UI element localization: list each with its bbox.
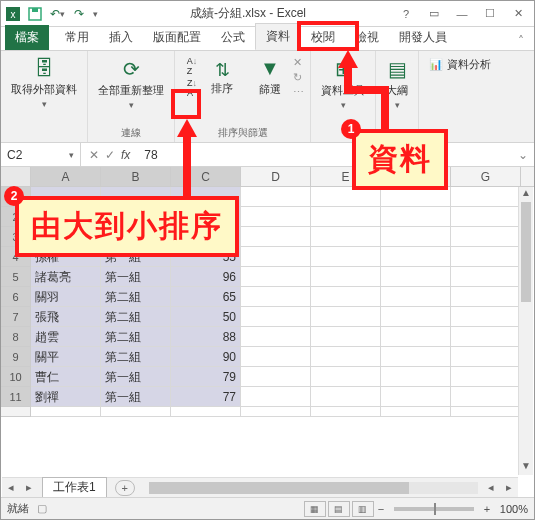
refresh-all-button[interactable]: ⟳ 全部重新整理 ▾: [94, 55, 168, 112]
tab-developer[interactable]: 開發人員: [389, 25, 457, 50]
row-header[interactable]: 10: [1, 367, 31, 387]
clear-filter-icon[interactable]: ✕: [293, 56, 304, 69]
tab-scroll-left-icon[interactable]: ◂: [2, 481, 20, 494]
cell[interactable]: [451, 267, 521, 287]
tab-home[interactable]: 常用: [55, 25, 99, 50]
cell[interactable]: 第二組: [101, 287, 171, 307]
cell[interactable]: [311, 407, 381, 417]
scroll-right-icon[interactable]: ▸: [500, 481, 518, 494]
view-pagebreak-button[interactable]: ▥: [352, 501, 374, 517]
row-header[interactable]: 9: [1, 347, 31, 367]
cell[interactable]: 77: [171, 387, 241, 407]
qat-customize-icon[interactable]: ▾: [93, 9, 98, 19]
row-header[interactable]: 5: [1, 267, 31, 287]
cell[interactable]: 諸葛亮: [31, 267, 101, 287]
cell[interactable]: [171, 407, 241, 417]
advanced-icon[interactable]: ⋯: [293, 86, 304, 99]
ribbon-options-button[interactable]: ▭: [422, 5, 446, 23]
view-pagelayout-button[interactable]: ▤: [328, 501, 350, 517]
col-header[interactable]: B: [101, 167, 171, 186]
sort-desc-button[interactable]: Z↓A: [181, 78, 203, 98]
scroll-thumb[interactable]: [521, 202, 531, 302]
cell[interactable]: [451, 207, 521, 227]
zoom-in-button[interactable]: +: [480, 503, 494, 515]
row-header[interactable]: 6: [1, 287, 31, 307]
cell[interactable]: [311, 367, 381, 387]
cell[interactable]: [311, 227, 381, 247]
tab-view[interactable]: 檢視: [345, 25, 389, 50]
cell[interactable]: [381, 407, 451, 417]
cell[interactable]: [381, 327, 451, 347]
cell[interactable]: [451, 347, 521, 367]
cell[interactable]: [311, 207, 381, 227]
cell[interactable]: 50: [171, 307, 241, 327]
cell[interactable]: [451, 407, 521, 417]
data-analysis-button[interactable]: 📊 資料分析: [425, 55, 495, 74]
cell[interactable]: [451, 307, 521, 327]
cell[interactable]: [101, 407, 171, 417]
cell[interactable]: [241, 407, 311, 417]
cell[interactable]: [241, 227, 311, 247]
close-button[interactable]: ✕: [506, 5, 530, 23]
zoom-out-button[interactable]: −: [374, 503, 388, 515]
expand-formula-icon[interactable]: ⌄: [512, 148, 534, 162]
cell[interactable]: 90: [171, 347, 241, 367]
scroll-thumb[interactable]: [149, 482, 409, 494]
cell[interactable]: [241, 187, 311, 207]
cell[interactable]: [381, 227, 451, 247]
cell[interactable]: [311, 247, 381, 267]
chevron-down-icon[interactable]: ▾: [69, 150, 74, 160]
tab-scroll-right-icon[interactable]: ▸: [20, 481, 38, 494]
cell[interactable]: 關平: [31, 347, 101, 367]
cell[interactable]: 79: [171, 367, 241, 387]
cell[interactable]: [31, 407, 101, 417]
cell[interactable]: [451, 227, 521, 247]
sort-dialog-button[interactable]: ⇅ 排序: [207, 57, 237, 98]
tab-data[interactable]: 資料: [255, 23, 301, 50]
cell[interactable]: [381, 187, 451, 207]
cell[interactable]: [241, 247, 311, 267]
view-normal-button[interactable]: ▦: [304, 501, 326, 517]
cell[interactable]: 劉禪: [31, 387, 101, 407]
cell[interactable]: [311, 187, 381, 207]
sheet-tab[interactable]: 工作表1: [42, 477, 107, 499]
maximize-button[interactable]: ☐: [478, 5, 502, 23]
cell[interactable]: [451, 187, 521, 207]
redo-icon[interactable]: ↷: [71, 6, 87, 22]
cell[interactable]: 第二組: [101, 307, 171, 327]
row-header[interactable]: 11: [1, 387, 31, 407]
scroll-left-icon[interactable]: ◂: [482, 481, 500, 494]
tab-insert[interactable]: 插入: [99, 25, 143, 50]
col-header[interactable]: C: [171, 167, 241, 186]
cell[interactable]: [311, 387, 381, 407]
row-header[interactable]: [1, 407, 31, 417]
cell[interactable]: [381, 287, 451, 307]
cell[interactable]: [381, 347, 451, 367]
cell[interactable]: [311, 267, 381, 287]
formula-input[interactable]: 78: [138, 148, 512, 162]
cell[interactable]: [451, 367, 521, 387]
save-icon[interactable]: [27, 6, 43, 22]
scroll-down-icon[interactable]: ▼: [519, 460, 533, 475]
cell[interactable]: 第二組: [101, 327, 171, 347]
cell[interactable]: [381, 367, 451, 387]
cell[interactable]: [241, 287, 311, 307]
cell[interactable]: 第一組: [101, 367, 171, 387]
cell[interactable]: [451, 387, 521, 407]
cell[interactable]: [311, 347, 381, 367]
scroll-up-icon[interactable]: ▲: [519, 187, 533, 202]
cancel-formula-icon[interactable]: ✕: [89, 148, 99, 162]
sort-asc-button[interactable]: A↓Z: [181, 56, 203, 76]
fx-icon[interactable]: fx: [121, 148, 130, 162]
cell[interactable]: [451, 327, 521, 347]
col-header[interactable]: A: [31, 167, 101, 186]
tab-formulas[interactable]: 公式: [211, 25, 255, 50]
cell[interactable]: 第一組: [101, 387, 171, 407]
help-button[interactable]: ?: [394, 5, 418, 23]
cell[interactable]: 96: [171, 267, 241, 287]
undo-icon[interactable]: ↶▾: [49, 6, 65, 22]
select-all-corner[interactable]: [1, 167, 31, 186]
cell[interactable]: [311, 307, 381, 327]
cell[interactable]: [311, 287, 381, 307]
col-header[interactable]: G: [451, 167, 521, 186]
